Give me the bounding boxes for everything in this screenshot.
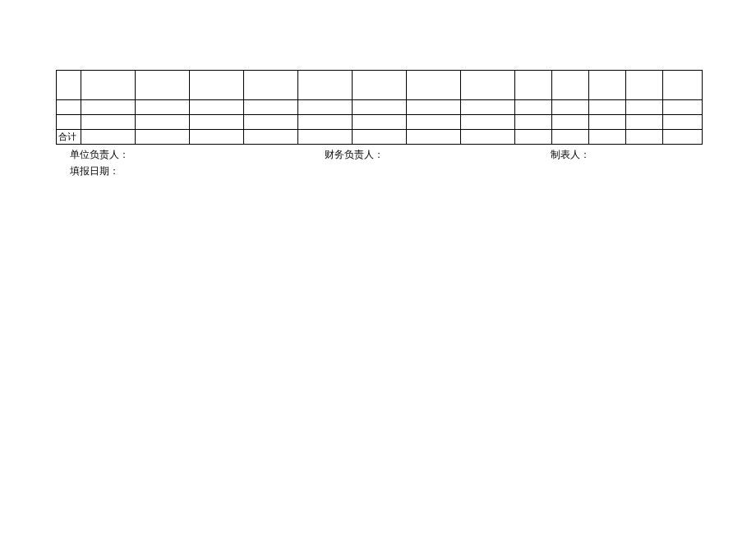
- table-cell: [407, 115, 461, 130]
- finance-leader-label: 财务负责人：: [325, 148, 551, 162]
- table-cell: [552, 130, 589, 145]
- table-cell: [353, 115, 407, 130]
- table-cell: [515, 71, 552, 100]
- report-date-label: 填报日期：: [70, 164, 119, 178]
- table-cell: [515, 130, 552, 145]
- table-row-total: 合计: [57, 130, 703, 145]
- table-cell: [552, 115, 589, 130]
- table-cell: [353, 100, 407, 115]
- table-cell: [244, 100, 298, 115]
- table-cell: [136, 71, 190, 100]
- table-cell: [57, 71, 81, 100]
- table-cell: [244, 115, 298, 130]
- table-row: [57, 71, 703, 100]
- table-cell: [589, 130, 626, 145]
- table-cell: [663, 130, 703, 145]
- table-cell: [589, 100, 626, 115]
- table-cell: [298, 100, 353, 115]
- data-table: 合计: [56, 70, 703, 145]
- table-cell: [190, 115, 244, 130]
- table-cell: [461, 115, 515, 130]
- table-cell: [57, 115, 81, 130]
- table-cell: [407, 100, 461, 115]
- table-cell: [626, 115, 663, 130]
- table-cell: [461, 71, 515, 100]
- table-cell: [81, 71, 136, 100]
- table-cell: [190, 100, 244, 115]
- table-cell: [626, 130, 663, 145]
- table-cell: [407, 71, 461, 100]
- table-cell: [626, 71, 663, 100]
- table-cell: [244, 130, 298, 145]
- table-row: [57, 115, 703, 130]
- table-cell: [552, 100, 589, 115]
- table-cell: [515, 100, 552, 115]
- table-cell: [589, 71, 626, 100]
- table-cell: [589, 115, 626, 130]
- table-cell: [81, 115, 136, 130]
- table-cell: [190, 71, 244, 100]
- data-table-container: 合计: [56, 70, 702, 145]
- table-cell: [136, 100, 190, 115]
- table-cell: [244, 71, 298, 100]
- table-cell: [136, 130, 190, 145]
- unit-leader-label: 单位负责人：: [70, 148, 325, 162]
- table-cell: [353, 71, 407, 100]
- table-cell: [663, 115, 703, 130]
- table-cell: [81, 100, 136, 115]
- table-cell: [298, 130, 353, 145]
- table-cell: [663, 71, 703, 100]
- signature-line: 单位负责人： 财务负责人： 制表人：: [70, 148, 703, 162]
- table-row: [57, 100, 703, 115]
- table-cell: [298, 71, 353, 100]
- table-cell: [298, 115, 353, 130]
- table-cell: [552, 71, 589, 100]
- total-label-cell: 合计: [57, 130, 81, 145]
- table-cell: [81, 130, 136, 145]
- table-cell: [57, 100, 81, 115]
- table-cell: [663, 100, 703, 115]
- table-cell: [626, 100, 663, 115]
- table-cell: [461, 100, 515, 115]
- table-cell: [353, 130, 407, 145]
- table-cell: [515, 115, 552, 130]
- table-cell: [190, 130, 244, 145]
- preparer-label: 制表人：: [551, 148, 703, 162]
- table-cell: [136, 115, 190, 130]
- table-cell: [407, 130, 461, 145]
- table-cell: [461, 130, 515, 145]
